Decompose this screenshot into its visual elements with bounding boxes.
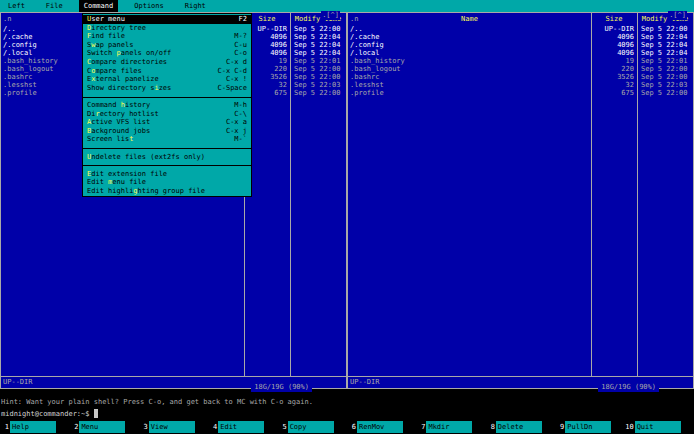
menu-item-screen-list[interactable]: Screen listM-`: [83, 135, 251, 144]
menu-item-label: Background jobs: [87, 127, 150, 136]
menu-item-directory-tree[interactable]: Directory tree: [83, 24, 251, 33]
menu-item-show-directory-sizes[interactable]: Show directory sizesC-Space: [83, 84, 251, 93]
fkey-label: Quit: [635, 421, 681, 433]
file-mtime: Sep 5 22:01: [637, 57, 693, 65]
fkey-number: 7: [416, 421, 426, 433]
hot-letter: U: [87, 15, 91, 23]
panel-top-marker[interactable]: .[^]: [668, 11, 687, 20]
fkey-edit[interactable]: 4Edit: [208, 421, 277, 433]
file-name: .bash_history: [348, 57, 591, 65]
file-row[interactable]: /.config4096Sep 5 22:04: [348, 41, 693, 49]
fkey-label: Copy: [288, 421, 334, 433]
fkey-quit[interactable]: 10Quit: [625, 421, 694, 433]
menubar-item-command[interactable]: Command: [79, 0, 119, 12]
panel-top-marker[interactable]: .[^]: [321, 11, 340, 20]
menu-item-external-panelize[interactable]: External panelizeC-x !: [83, 75, 251, 84]
menu-item-edit-menu-file[interactable]: Edit menu file: [83, 178, 251, 187]
menu-item-label: Find file: [87, 32, 125, 41]
fkey-pulldn[interactable]: 9PullDn: [555, 421, 624, 433]
file-row[interactable]: .bashrc3526Sep 5 22:00: [348, 73, 693, 81]
fkey-number: 3: [139, 421, 149, 433]
menu-item-label: Switch panels on/off: [87, 49, 171, 58]
file-mtime: Sep 5 22:04: [290, 49, 346, 57]
file-mtime: Sep 5 22:00: [637, 25, 693, 33]
file-row[interactable]: .lesshst32Sep 5 22:03: [348, 81, 693, 89]
file-name: /.config: [348, 41, 591, 49]
fkey-delete[interactable]: 8Delete: [486, 421, 555, 433]
menubar-item-right[interactable]: Right: [180, 0, 211, 12]
menu-item-label: External panelize: [87, 75, 159, 84]
hot-letter: E: [87, 170, 91, 178]
file-name: .bash_logout: [348, 65, 591, 73]
menu-item-undelete-files-ext2fs-only[interactable]: Undelete files (ext2fs only): [83, 153, 251, 162]
menubar-item-options[interactable]: Options: [129, 0, 169, 12]
file-row[interactable]: .profile675Sep 5 22:00: [348, 89, 693, 97]
file-row[interactable]: /..UP--DIRSep 5 22:00: [348, 25, 693, 33]
file-mtime: Sep 5 22:03: [290, 81, 346, 89]
command-prompt[interactable]: midnight@commander:~$: [1, 409, 694, 418]
menu-item-background-jobs[interactable]: Background jobsC-x j: [83, 127, 251, 136]
menu-item-directory-hotlist[interactable]: Directory hotlistC-\: [83, 110, 251, 119]
menu-item-switch-panels-on-off[interactable]: Switch panels on/offC-o: [83, 49, 251, 58]
file-size: 4096: [591, 41, 637, 49]
column-header-size[interactable]: Size: [591, 15, 637, 23]
menu-item-user-menu[interactable]: User menuF2: [83, 15, 251, 24]
file-mtime: Sep 5 22:01: [290, 57, 346, 65]
right-panel: .nNameSizeModify time/..UP--DIRSep 5 22:…: [347, 12, 694, 389]
fkey-number: 9: [555, 421, 565, 433]
menu-item-command-history[interactable]: Command historyM-h: [83, 101, 251, 110]
hot-letter: o: [91, 67, 95, 75]
menu-item-edit-extension-file[interactable]: Edit extension file: [83, 170, 251, 179]
menu-item-label: Edit menu file: [87, 178, 146, 187]
hot-letter: g: [133, 187, 137, 195]
fkey-view[interactable]: 3View: [139, 421, 208, 433]
fkey-label: Menu: [79, 421, 125, 433]
menu-item-shortcut: C-x d: [226, 58, 247, 67]
menu-item-label: Directory tree: [87, 24, 146, 33]
command-menu: User menuF2Directory treeFind fileM-?Swa…: [82, 13, 252, 197]
hot-letter: m: [108, 178, 112, 186]
menu-item-label: Swap panels: [87, 41, 133, 50]
file-size: 4096: [591, 49, 637, 57]
file-row[interactable]: .bash_logout220Sep 5 22:00: [348, 65, 693, 73]
menu-item-shortcut: C-u: [234, 41, 247, 50]
hint-line: Hint: Want your plain shell? Press C-o, …: [1, 398, 694, 406]
column-header-name[interactable]: .nName: [348, 15, 591, 23]
menu-item-edit-highlighting-group-file[interactable]: Edit highlighting group file: [83, 187, 251, 196]
menu-item-label: Compare files: [87, 67, 142, 76]
fkey-copy[interactable]: 5Copy: [278, 421, 347, 433]
fkey-menu[interactable]: 2Menu: [69, 421, 138, 433]
menu-item-shortcut: M-`: [234, 135, 247, 144]
cursor: [94, 409, 98, 418]
fkey-number: 10: [625, 421, 635, 433]
menu-item-compare-files[interactable]: Compare filesC-x C-d: [83, 67, 251, 76]
file-row[interactable]: /.cache4096Sep 5 22:04: [348, 33, 693, 41]
menu-item-label: Directory hotlist: [87, 110, 159, 119]
menu-item-shortcut: C-o: [234, 49, 247, 58]
menu-item-find-file[interactable]: Find fileM-?: [83, 32, 251, 41]
file-mtime: Sep 5 22:04: [637, 33, 693, 41]
menu-item-compare-directories[interactable]: Compare directoriesC-x d: [83, 58, 251, 67]
fkey-help[interactable]: 1Help: [0, 421, 69, 433]
menu-separator: [83, 144, 251, 153]
file-size: 19: [591, 57, 637, 65]
menu-item-swap-panels[interactable]: Swap panelsC-u: [83, 41, 251, 50]
menu-bar: LeftFileCommandOptionsRight: [0, 0, 694, 12]
menu-item-active-vfs-list[interactable]: Active VFS listC-x a: [83, 118, 251, 127]
fkey-mkdir[interactable]: 7Mkdir: [416, 421, 485, 433]
disk-usage: 18G/19G (90%): [251, 383, 312, 392]
menu-item-shortcut: M-?: [234, 32, 247, 41]
file-mtime: Sep 5 22:00: [290, 65, 346, 73]
file-row[interactable]: /.local4096Sep 5 22:04: [348, 49, 693, 57]
menu-item-label: Show directory sizes: [87, 84, 171, 93]
file-row[interactable]: .bash_history19Sep 5 22:01: [348, 57, 693, 65]
terminal-bottom: Hint: Want your plain shell? Press C-o, …: [0, 389, 694, 434]
hot-letter: A: [87, 118, 91, 126]
menu-item-label: User menu: [87, 15, 125, 24]
menubar-item-file[interactable]: File: [41, 0, 68, 12]
fkey-renmov[interactable]: 6RenMov: [347, 421, 416, 433]
menu-item-shortcut: M-h: [234, 101, 247, 110]
fkey-number: 6: [347, 421, 357, 433]
menubar-item-left[interactable]: Left: [3, 0, 30, 12]
menu-item-shortcut: F2: [239, 15, 247, 24]
